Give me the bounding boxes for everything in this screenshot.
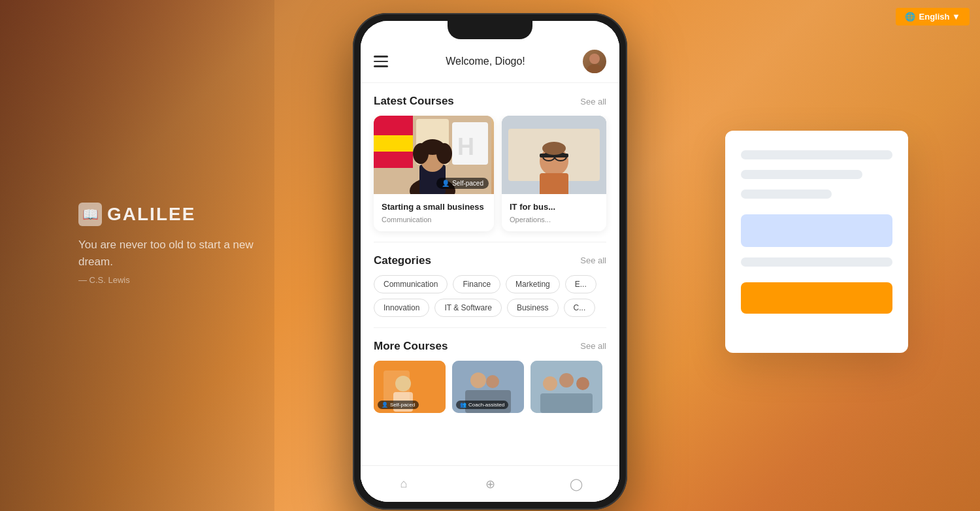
app-screen: Welcome, Diogo! Latest Co — [361, 21, 619, 502]
latest-courses-header: Latest Courses See all — [361, 83, 619, 116]
phone-inner: Welcome, Diogo! Latest Co — [361, 21, 619, 502]
svg-rect-6 — [374, 152, 413, 168]
home-icon: ⌂ — [397, 477, 411, 491]
course-thumb-1: e H — [374, 116, 494, 194]
course-thumb-2 — [502, 116, 606, 194]
svg-rect-24 — [540, 173, 568, 194]
bg-card-line-2 — [741, 170, 862, 179]
more-courses-section: 👤 Self-paced — [361, 361, 619, 413]
person-icon-more-1: 👤 — [382, 402, 388, 408]
more-courses-row: 👤 Self-paced — [374, 361, 606, 413]
more-card-2[interactable]: 👥 Coach-assisted — [452, 361, 524, 413]
course-category-2: Operations... — [510, 216, 598, 223]
more-courses-title: More Courses — [374, 340, 448, 353]
globe-icon: 🌐 — [905, 12, 915, 22]
svg-point-36 — [576, 377, 589, 390]
more-badge-2: 👥 Coach-assisted — [456, 401, 508, 409]
bg-card-line-4 — [741, 257, 892, 267]
hamburger-line-2 — [374, 61, 388, 63]
category-it-software[interactable]: IT & Software — [434, 299, 501, 317]
menu-button[interactable] — [374, 56, 388, 67]
bg-card — [725, 131, 908, 353]
more-badge-label-2: Coach-assisted — [468, 402, 504, 408]
svg-point-27 — [395, 376, 411, 391]
more-card-1[interactable]: 👤 Self-paced — [374, 361, 446, 413]
category-business[interactable]: Business — [507, 299, 559, 317]
more-badge-label-1: Self-paced — [390, 402, 415, 408]
course-card-1[interactable]: e H — [374, 116, 494, 231]
more-card-3[interactable] — [531, 361, 602, 413]
bg-card-line-1 — [741, 150, 892, 159]
brand-quote: You are never too old to start a new dre… — [78, 237, 274, 270]
course-info-1: Starting a small business Communication — [374, 194, 494, 231]
latest-courses-see-all[interactable]: See all — [580, 97, 606, 107]
nav-home[interactable]: ⌂ — [397, 477, 411, 491]
svg-point-31 — [486, 375, 499, 388]
phone-notch — [448, 21, 532, 39]
nav-profile[interactable]: ◯ — [569, 477, 583, 491]
bg-card-button — [741, 282, 892, 314]
category-c[interactable]: C... — [564, 299, 596, 317]
course-category-1: Communication — [382, 216, 486, 223]
latest-courses-title: Latest Courses — [374, 95, 454, 108]
more-courses-see-all[interactable]: See all — [580, 341, 606, 351]
svg-rect-5 — [374, 135, 413, 152]
svg-point-35 — [559, 373, 574, 387]
category-innovation[interactable]: Innovation — [374, 299, 429, 317]
hamburger-line-1 — [374, 56, 388, 58]
course-card-2[interactable]: IT for bus... Operations... — [502, 116, 606, 231]
category-marketing[interactable]: Marketing — [506, 275, 560, 293]
brand-section: 📖 GALILEE You are never too old to start… — [78, 203, 274, 285]
nav-explore[interactable]: ⊕ — [483, 477, 497, 491]
brand-logo: 📖 GALILEE — [78, 203, 274, 226]
bg-card-highlight — [741, 214, 892, 247]
svg-point-23 — [542, 142, 566, 155]
welcome-text: Welcome, Diogo! — [446, 56, 525, 67]
hamburger-line-3 — [374, 65, 388, 67]
categories-header: Categories See all — [361, 242, 619, 275]
phone-outer: Welcome, Diogo! Latest Co — [353, 13, 627, 510]
svg-point-30 — [470, 372, 486, 388]
group-icon-more-2: 👥 — [460, 402, 466, 408]
app-body[interactable]: Latest Courses See all — [361, 83, 619, 502]
category-e[interactable]: E... — [565, 275, 596, 293]
svg-point-0 — [589, 54, 600, 64]
brand-author: — C.S. Lewis — [78, 275, 274, 285]
categories-see-all[interactable]: See all — [580, 256, 606, 265]
phone-device: Welcome, Diogo! Latest Co — [353, 13, 627, 510]
categories-title: Categories — [374, 254, 431, 267]
category-communication[interactable]: Communication — [374, 275, 448, 293]
bg-card-line-3 — [741, 190, 832, 199]
latest-courses-row: e H — [361, 116, 619, 242]
category-finance[interactable]: Finance — [453, 275, 500, 293]
self-paced-label-1: Self-paced — [452, 180, 483, 187]
course-info-2: IT for bus... Operations... — [502, 194, 606, 231]
language-label: English ▼ — [919, 12, 960, 22]
more-badge-1: 👤 Self-paced — [378, 401, 419, 409]
search-nav-icon: ⊕ — [483, 477, 497, 491]
svg-point-34 — [543, 376, 557, 391]
categories-wrap: Communication Finance Marketing E... Inn… — [374, 275, 606, 327]
person-icon: 👤 — [442, 180, 449, 187]
brand-name: GALILEE — [107, 204, 195, 225]
course-name-2: IT for bus... — [510, 202, 598, 213]
self-paced-badge-1: 👤 Self-paced — [436, 178, 489, 189]
brand-icon: 📖 — [78, 203, 102, 226]
svg-text:H: H — [457, 133, 474, 160]
course-name-1: Starting a small business — [382, 202, 486, 213]
bottom-nav: ⌂ ⊕ ◯ — [361, 465, 619, 502]
svg-rect-37 — [540, 393, 593, 413]
more-courses-header: More Courses See all — [361, 328, 619, 361]
avatar-image — [583, 50, 606, 73]
avatar[interactable] — [583, 50, 606, 73]
svg-point-1 — [587, 64, 602, 73]
profile-nav-icon: ◯ — [569, 477, 583, 491]
svg-rect-4 — [374, 116, 413, 135]
categories-section: Communication Finance Marketing E... Inn… — [361, 275, 619, 327]
language-button[interactable]: 🌐 English ▼ — [896, 8, 970, 25]
svg-point-16 — [421, 139, 444, 155]
